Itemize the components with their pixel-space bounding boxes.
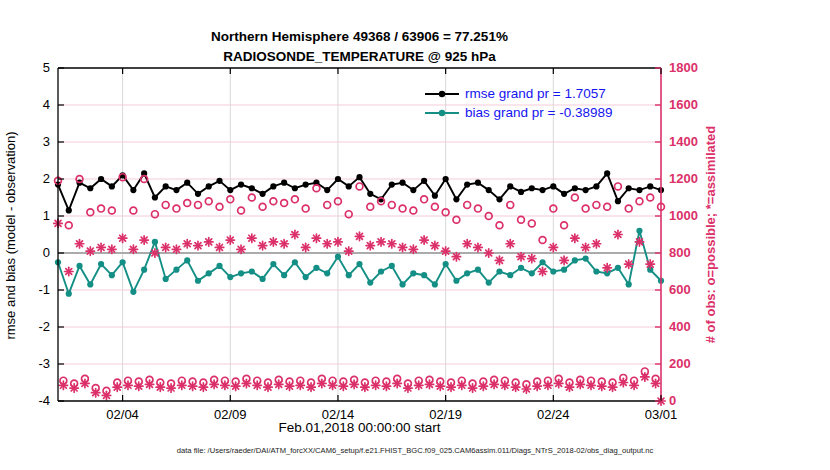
y-tick-label-right: 1800 (669, 60, 713, 75)
legend-label-bias: bias grand pr = -0.38989 (465, 105, 612, 120)
x-tick-label: 03/01 (636, 407, 686, 422)
legend: rmse grand pr = 1.7057 bias grand pr = -… (424, 84, 612, 122)
x-tick-label: 02/09 (205, 407, 255, 422)
x-tick-label: 02/19 (421, 407, 471, 422)
y-tick-label-right: 600 (669, 282, 713, 297)
chart-title-line-1: Northern Hemisphere 49368 / 63906 = 77.2… (0, 27, 719, 47)
rmse-line-sample-icon (424, 88, 460, 100)
y-tick-label-left: -2 (10, 319, 50, 334)
y-tick-label-left: 1 (10, 208, 50, 223)
y-tick-label-right: 200 (669, 356, 713, 371)
chart-title-line-2: RADIOSONDE_TEMPERATURE @ 925 hPa (0, 47, 719, 67)
y-tick-label-left: 0 (10, 245, 50, 260)
y-tick-label-right: 1400 (669, 134, 713, 149)
y-tick-label-left: 2 (10, 171, 50, 186)
y-tick-label-right: 1200 (669, 171, 713, 186)
x-tick-label: 02/24 (528, 407, 578, 422)
y-tick-label-right: 800 (669, 245, 713, 260)
legend-item-rmse: rmse grand pr = 1.7057 (424, 84, 612, 103)
y-tick-label-left: 3 (10, 134, 50, 149)
x-tick-label: 02/14 (313, 407, 363, 422)
y-tick-label-left: -3 (10, 356, 50, 371)
datafile-path: data file: /Users/raeder/DAI/ATM_forcXX/… (0, 446, 830, 455)
y-tick-label-left: 4 (10, 97, 50, 112)
chart-title: Northern Hemisphere 49368 / 63906 = 77.2… (0, 27, 719, 66)
x-tick-label: 02/04 (98, 407, 148, 422)
y-tick-label-right: 400 (669, 319, 713, 334)
y-tick-label-right: 1600 (669, 97, 713, 112)
matlab-figure: Northern Hemisphere 49368 / 63906 = 77.2… (0, 0, 830, 470)
y-tick-label-left: -1 (10, 282, 50, 297)
x-axis-label: Feb.01,2018 00:00:00 start (0, 420, 719, 435)
y-tick-label-left: 5 (10, 60, 50, 75)
y-tick-label-right: 1000 (669, 208, 713, 223)
legend-item-bias: bias grand pr = -0.38989 (424, 103, 612, 122)
y-tick-label-left: -4 (10, 393, 50, 408)
bias-line-sample-icon (424, 107, 460, 119)
y-axis-label-right: # of obs: o=possible; *=assimilated (703, 90, 718, 380)
legend-label-rmse: rmse grand pr = 1.7057 (465, 86, 606, 101)
y-tick-label-right: 0 (669, 393, 713, 408)
